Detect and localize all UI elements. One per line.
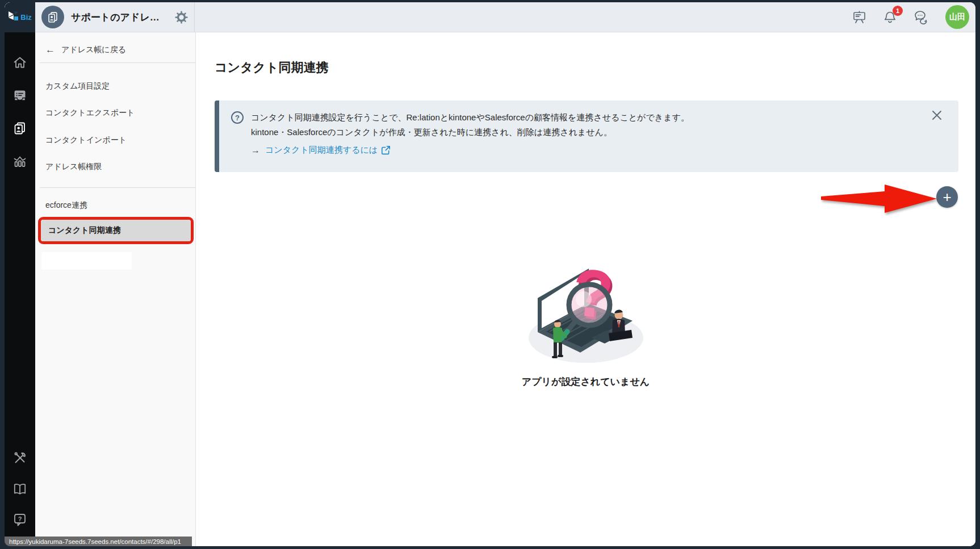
topbar-actions: 1 山田 bbox=[852, 5, 975, 29]
red-arrow-annotation bbox=[816, 182, 941, 216]
red-annotation-box: コンタクト同期連携 bbox=[38, 217, 194, 244]
inbox-icon[interactable] bbox=[12, 88, 27, 103]
sidebar-divider bbox=[40, 187, 195, 188]
notification-badge: 1 bbox=[893, 6, 903, 16]
empty-state-illustration: ? ? bbox=[520, 247, 652, 366]
workspace-header: サポートのアドレ… bbox=[35, 2, 195, 32]
biz-logo-icon bbox=[8, 11, 19, 23]
svg-text:?: ? bbox=[18, 516, 22, 522]
close-icon[interactable] bbox=[931, 110, 943, 121]
announcement-board-icon[interactable] bbox=[852, 10, 867, 25]
home-icon[interactable] bbox=[12, 55, 27, 70]
back-to-address-book-link[interactable]: ← アドレス帳に戻る bbox=[45, 44, 126, 56]
link-arrow-icon: → bbox=[251, 145, 260, 156]
sidebar-divider bbox=[40, 62, 195, 63]
settings-gear-icon[interactable] bbox=[174, 10, 189, 24]
info-line-1: コンタクト同期連携設定を行うことで、Re:lationとkintoneやSale… bbox=[251, 110, 689, 125]
back-label: アドレス帳に戻る bbox=[61, 45, 126, 55]
info-banner: ? コンタクト同期連携設定を行うことで、Re:lationとkintoneやSa… bbox=[215, 100, 958, 172]
add-app-button[interactable]: + bbox=[936, 186, 958, 208]
external-link-icon bbox=[381, 145, 391, 155]
sidebar-item-contact-export[interactable]: コンタクトエクスポート bbox=[45, 106, 135, 119]
topbar: Biz サポートのアドレ… bbox=[5, 2, 975, 32]
tools-icon[interactable] bbox=[12, 451, 27, 466]
page-title: コンタクト同期連携 bbox=[215, 59, 329, 76]
main-content: コンタクト同期連携 ? コンタクト同期連携設定を行うことで、Re:lationと… bbox=[196, 32, 975, 546]
info-line-2: kintone・Salesforceのコンタクトが作成・更新された時に連携され、… bbox=[251, 125, 924, 140]
help-icon[interactable]: ? bbox=[12, 512, 27, 527]
app-window: Biz サポートのアドレ… bbox=[5, 2, 975, 546]
sidebar-item-custom-fields[interactable]: カスタム項目設定 bbox=[45, 79, 110, 93]
question-circle-icon: ? bbox=[231, 111, 244, 124]
back-arrow-icon: ← bbox=[45, 44, 55, 56]
empty-state: ? ? bbox=[196, 247, 975, 388]
info-accent-bar bbox=[215, 100, 219, 172]
logo-label: Biz bbox=[20, 13, 32, 22]
sidebar-item-contact-sync-selected[interactable]: コンタクト同期連携 bbox=[41, 220, 191, 241]
address-book-icon bbox=[41, 6, 64, 28]
user-avatar[interactable]: 山田 bbox=[945, 5, 969, 29]
book-icon[interactable] bbox=[12, 481, 27, 496]
notifications-bell-icon[interactable]: 1 bbox=[882, 10, 898, 25]
sidebar-item-ecforce[interactable]: ecforce連携 bbox=[45, 198, 87, 212]
link-preview-statusbar: https://yukidaruma-7seeds.7seeds.net/con… bbox=[5, 537, 192, 546]
chat-bubbles-icon[interactable] bbox=[913, 9, 930, 25]
workspace-title: サポートのアドレ… bbox=[71, 11, 167, 24]
settings-sidebar: ← アドレス帳に戻る カスタム項目設定 コンタクトエクスポート コンタクトインポ… bbox=[35, 32, 196, 546]
icon-rail: ? bbox=[5, 32, 35, 546]
contact-sync-help-link[interactable]: コンタクト同期連携するには bbox=[265, 145, 391, 156]
app-logo[interactable]: Biz bbox=[5, 2, 35, 32]
chart-icon[interactable] bbox=[12, 154, 27, 169]
contacts-icon[interactable] bbox=[12, 121, 27, 136]
redacted-sidebar-item bbox=[41, 252, 132, 270]
empty-state-message: アプリが設定されていません bbox=[522, 375, 650, 388]
sidebar-item-contact-import[interactable]: コンタクトインポート bbox=[45, 133, 127, 146]
sidebar-item-permissions[interactable]: アドレス帳権限 bbox=[45, 160, 102, 173]
